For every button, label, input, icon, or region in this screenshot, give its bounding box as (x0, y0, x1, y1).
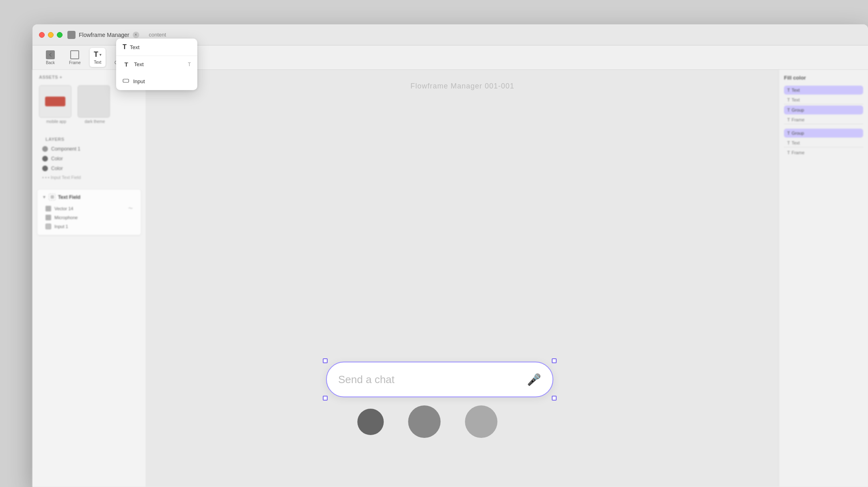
right-panel-row-2: T Text (784, 96, 863, 104)
app-window: Flowframe Manager × content Back Frame T… (32, 24, 868, 487)
asset-item-2[interactable]: dark theme (78, 85, 112, 124)
text-field-section: ▼ ⊞ Text Field Vector 14 〜 Microphone In… (37, 190, 141, 235)
back-toolbar-button[interactable]: Back (41, 48, 60, 67)
layer-icon-color1 (42, 156, 48, 162)
layer-label-color1: Color (51, 156, 63, 162)
microphone-label: Microphone (54, 215, 78, 220)
nav-item: content (149, 32, 166, 38)
right-row-icon-6: T (787, 140, 790, 145)
text-field-header: ▼ ⊞ Text Field (42, 194, 136, 200)
layer-item-color1[interactable]: Color (39, 154, 139, 164)
asset-thumb-1 (39, 85, 71, 118)
avatar-right (465, 405, 497, 438)
right-row-label-3: Group (792, 108, 804, 112)
right-sidebar: Fill color T Text T Text T Group T Frame… (779, 70, 868, 487)
asset-thumb-2 (78, 85, 110, 118)
right-row-label-4: Frame (792, 117, 805, 122)
chat-input-selection[interactable]: Send a chat 🎤 (326, 362, 553, 397)
handle-bottom-right[interactable] (552, 396, 557, 401)
layers-section: Layers Component 1 Color Color • • • Inp… (32, 127, 146, 186)
dropdown-item-text-left: T Text (123, 61, 144, 68)
right-panel-spacer (784, 125, 863, 129)
dropdown-item-text[interactable]: T Text T (116, 56, 197, 73)
layer-icon-component (42, 146, 48, 152)
input1-child-icon (45, 224, 51, 229)
canvas-title: Flowframe Manager 001-001 (410, 82, 514, 91)
text-tool-icon: T ▾ (94, 50, 101, 59)
content-area: Assets + mobile app dark theme Layers (32, 70, 868, 487)
back-label: Back (46, 60, 55, 65)
text-item-shortcut: T (188, 62, 191, 67)
text-field-title: Text Field (58, 194, 80, 200)
microphone-icon[interactable]: 🎤 (527, 373, 541, 386)
close-button[interactable] (39, 32, 45, 38)
vector-action: 〜 (128, 205, 133, 211)
dropdown-header: T Text (116, 39, 197, 56)
frame-icon (70, 50, 79, 59)
right-row-label-6: Text (792, 140, 800, 145)
handle-top-left[interactable] (323, 358, 328, 363)
text-toolbar-button[interactable]: T ▾ Text (90, 48, 106, 67)
microphone-child-icon (45, 215, 51, 220)
vector-label: Vector 14 (54, 206, 73, 211)
asset-label-1: mobile app (39, 119, 73, 124)
layer-sub-label: • • • Input Text Field (39, 173, 139, 181)
main-canvas[interactable]: Flowframe Manager 001-001 Send a chat 🎤 (146, 70, 779, 487)
asset-label-2: dark theme (78, 119, 112, 124)
right-panel-row-7: T Frame (784, 149, 863, 157)
handle-top-right[interactable] (552, 358, 557, 363)
input1-label: Input 1 (54, 224, 68, 229)
traffic-lights (39, 32, 63, 38)
app-icon (67, 31, 76, 39)
asset-item-1[interactable]: mobile app (39, 85, 73, 124)
text-field-frame-icon: ⊞ (49, 194, 56, 200)
text-item-icon: T (123, 61, 130, 68)
bottom-area (357, 405, 497, 438)
right-row-label-2: Text (792, 97, 800, 102)
svg-rect-3 (123, 79, 129, 82)
layer-item-component[interactable]: Component 1 (39, 144, 139, 154)
input-item-label: Input (133, 78, 145, 84)
text-item-label: Text (134, 61, 144, 67)
right-row-icon-2: T (787, 97, 790, 102)
right-panel-row-active-3: T Group (784, 129, 863, 138)
avatar-left (357, 409, 384, 435)
layer-label-component: Component 1 (51, 146, 80, 152)
chat-input-box[interactable]: Send a chat 🎤 (326, 362, 553, 397)
frame-label: Frame (69, 60, 81, 65)
selection-container: Send a chat 🎤 (326, 362, 553, 397)
right-row-icon-5: T (787, 131, 790, 136)
right-row-icon-7: T (787, 150, 790, 155)
layer-icon-color2 (42, 166, 48, 171)
maximize-button[interactable] (57, 32, 63, 38)
right-row-icon-3: T (787, 108, 790, 112)
dropdown-item-input[interactable]: Input (116, 73, 197, 90)
right-row-label-5: Group (792, 131, 804, 136)
layer-item-color2[interactable]: Color (39, 164, 139, 173)
right-row-icon-4: T (787, 117, 790, 122)
right-row-label-1: Text (792, 88, 800, 93)
close-tab-button[interactable]: × (133, 32, 139, 38)
back-icon (46, 50, 55, 59)
chevron-down-icon: ▾ (99, 53, 101, 57)
chat-placeholder: Send a chat (338, 373, 527, 386)
input-item-icon (123, 78, 129, 85)
right-panel-row-active-2: T Group (784, 106, 863, 114)
text-field-child-microphone[interactable]: Microphone (42, 213, 136, 222)
dropdown-header-label: Text (130, 44, 140, 50)
layer-label-color2: Color (51, 166, 63, 171)
right-panel-row-4: T Frame (784, 116, 863, 124)
minimize-button[interactable] (48, 32, 54, 38)
right-panel-row-6: T Text (784, 139, 863, 147)
window-title: Flowframe Manager (79, 32, 130, 38)
right-panel-title: Fill color (784, 75, 863, 81)
left-sidebar: Assets + mobile app dark theme Layers (32, 70, 146, 487)
text-field-child-input1[interactable]: Input 1 (42, 222, 136, 231)
dropdown-item-input-left: Input (123, 78, 145, 85)
vector-icon (45, 206, 51, 211)
right-row-label-7: Frame (792, 150, 805, 155)
text-tool-label: Text (94, 60, 101, 65)
text-field-child-vector[interactable]: Vector 14 〜 (42, 204, 136, 213)
frame-toolbar-button[interactable]: Frame (65, 48, 85, 67)
handle-bottom-left[interactable] (323, 396, 328, 401)
